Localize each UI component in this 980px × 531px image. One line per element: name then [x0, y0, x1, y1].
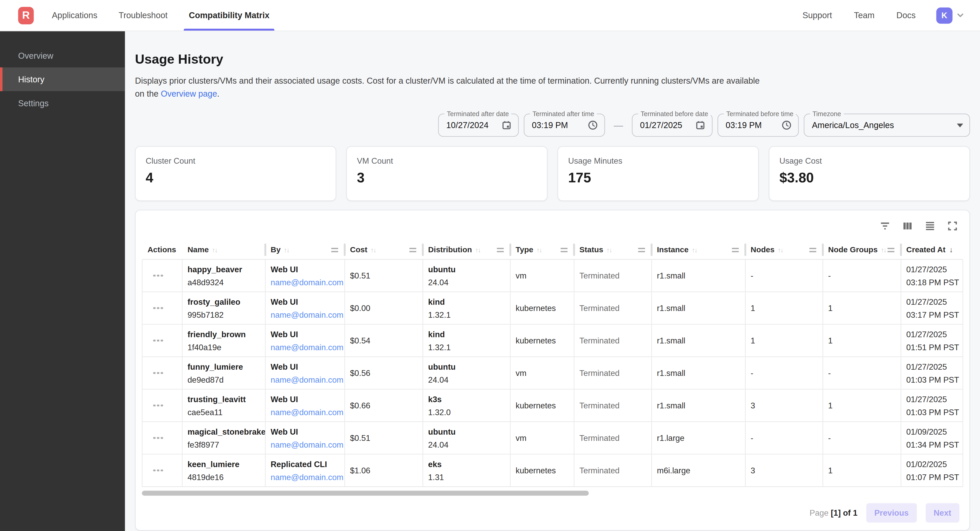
column-header-type[interactable]: Type↑↓ [511, 240, 574, 259]
nav-link-team[interactable]: Team [854, 11, 874, 20]
row-actions-button[interactable] [152, 434, 164, 442]
column-header-by[interactable]: By↑↓ [266, 240, 345, 259]
row-actions-button[interactable] [152, 272, 164, 279]
cost-value: $0.51 [350, 433, 418, 443]
field-value: 03:19 PM [725, 120, 777, 130]
email-link[interactable]: name@domain.com [271, 342, 339, 352]
cell-node-groups: - [823, 357, 901, 389]
clock-icon[interactable] [587, 120, 598, 130]
email-link[interactable]: name@domain.com [271, 309, 339, 320]
nav-item-applications[interactable]: Applications [47, 0, 102, 31]
dot [153, 437, 155, 439]
column-header-instance[interactable]: Instance↑↓ [652, 240, 745, 259]
column-menu-icon[interactable] [331, 247, 338, 252]
column-header-nodes[interactable]: Nodes↑↓ [746, 240, 823, 259]
nav-link-docs[interactable]: Docs [897, 11, 916, 20]
type-value: kubernetes [516, 303, 569, 314]
cell-type: kubernetes [511, 325, 574, 357]
cell-created-at: 01/27/202501:03 PM PST [901, 390, 963, 422]
dot [157, 339, 159, 342]
field-label: Terminated after time [530, 110, 597, 117]
sort-icon[interactable]: ↑↓ [536, 246, 541, 254]
filter-icon[interactable] [879, 220, 891, 231]
row-actions-button[interactable] [152, 304, 164, 312]
cell-cost: $0.66 [345, 390, 423, 422]
cell-name: magical_stonebrakerfe3f8977 [183, 422, 266, 454]
stat-label: Usage Cost [780, 156, 959, 165]
created-time: 01:03 PM PST [906, 374, 958, 385]
nav-item-troubleshoot[interactable]: Troubleshoot [114, 0, 173, 31]
sort-icon[interactable]: ↑↓ [371, 246, 376, 254]
cell-created-at: 01/09/202501:34 PM PST [901, 422, 963, 454]
cell-status: Terminated [574, 260, 652, 292]
nodes-value: 1 [751, 335, 818, 346]
column-menu-icon[interactable] [409, 247, 416, 252]
avatar[interactable]: K [936, 7, 953, 24]
column-menu-icon[interactable] [888, 247, 894, 252]
sidebar-item-history[interactable]: History [0, 68, 125, 91]
terminated-after-date-field[interactable]: Terminated after date 10/27/2024 [438, 114, 519, 137]
column-label: Actions [148, 245, 176, 254]
email-link[interactable]: name@domain.com [271, 374, 339, 385]
sidebar-item-overview[interactable]: Overview [0, 44, 125, 67]
sidebar-item-settings[interactable]: Settings [0, 91, 125, 115]
account-menu[interactable]: K [936, 7, 965, 24]
column-header-node-groups[interactable]: Node Groups↑↓ [823, 240, 901, 259]
column-menu-icon[interactable] [732, 247, 739, 252]
column-menu-icon[interactable] [810, 247, 816, 252]
row-actions-button[interactable] [152, 402, 164, 409]
next-page-button[interactable]: Next [926, 503, 959, 522]
columns-icon[interactable] [902, 220, 913, 231]
email-link[interactable]: name@domain.com [271, 472, 339, 482]
created-time: 03:18 PM PST [906, 277, 958, 288]
sort-icon[interactable]: ↑↓ [881, 246, 886, 254]
node-groups-value: - [828, 368, 896, 378]
sort-icon[interactable]: ↑↓ [212, 246, 217, 254]
description-text: Displays prior clusters/VMs and their as… [135, 76, 760, 99]
sort-desc-icon[interactable]: ↓ [949, 245, 953, 254]
sort-icon[interactable]: ↑↓ [778, 246, 783, 254]
column-header-created-at[interactable]: Created At↓ [901, 240, 963, 259]
email-link[interactable]: name@domain.com [271, 277, 339, 288]
terminated-before-time-field[interactable]: Terminated before time 03:19 PM [718, 114, 799, 137]
terminated-before-date-field[interactable]: Terminated before date 01/27/2025 [632, 114, 713, 137]
timezone-select[interactable]: Timezone America/Los_Angeles [803, 114, 970, 137]
column-header-distribution[interactable]: Distribution↑↓ [423, 240, 511, 259]
cell-distribution: ubuntu24.04 [423, 357, 511, 389]
column-menu-icon[interactable] [561, 247, 568, 252]
row-actions-button[interactable] [152, 369, 164, 377]
email-link[interactable]: name@domain.com [271, 439, 339, 450]
node-groups-value: 1 [828, 303, 896, 314]
node-groups-value: 1 [828, 465, 896, 476]
cell-instance: r1.large [652, 422, 745, 454]
cell-type: kubernetes [511, 390, 574, 422]
sort-icon[interactable]: ↑↓ [606, 246, 611, 254]
column-menu-icon[interactable] [497, 247, 504, 252]
overview-page-link[interactable]: Overview page [161, 89, 217, 99]
calendar-icon[interactable] [695, 120, 706, 130]
column-header-cost[interactable]: Cost↑↓ [345, 240, 423, 259]
terminated-after-time-field[interactable]: Terminated after time 03:19 PM [524, 114, 605, 137]
column-header-status[interactable]: Status↑↓ [574, 240, 652, 259]
row-actions-button[interactable] [152, 467, 164, 474]
usage-table: ActionsName↑↓By↑↓Cost↑↓Distribution↑↓Typ… [142, 240, 963, 487]
sort-icon[interactable]: ↑↓ [692, 246, 697, 254]
clock-icon[interactable] [781, 120, 792, 130]
sort-icon[interactable]: ↑↓ [475, 246, 480, 254]
cell-distribution: ubuntu24.04 [423, 260, 511, 292]
email-link[interactable]: name@domain.com [271, 407, 339, 417]
column-header-name[interactable]: Name↑↓ [183, 240, 266, 259]
scrollbar-thumb[interactable] [142, 491, 589, 496]
calendar-icon[interactable] [501, 120, 512, 130]
previous-page-button[interactable]: Previous [866, 503, 916, 522]
nav-link-support[interactable]: Support [802, 11, 832, 20]
row-actions-button[interactable] [152, 337, 164, 344]
density-icon[interactable] [924, 220, 935, 231]
cell-distribution: k3s1.32.0 [423, 390, 511, 422]
sort-icon[interactable]: ↑↓ [284, 246, 289, 254]
nav-item-compatibility-matrix[interactable]: Compatibility Matrix [184, 0, 274, 31]
replicated-logo[interactable]: R [18, 6, 34, 24]
column-menu-icon[interactable] [638, 247, 645, 252]
created-time: 03:17 PM PST [906, 309, 958, 320]
fullscreen-icon[interactable] [947, 220, 958, 231]
